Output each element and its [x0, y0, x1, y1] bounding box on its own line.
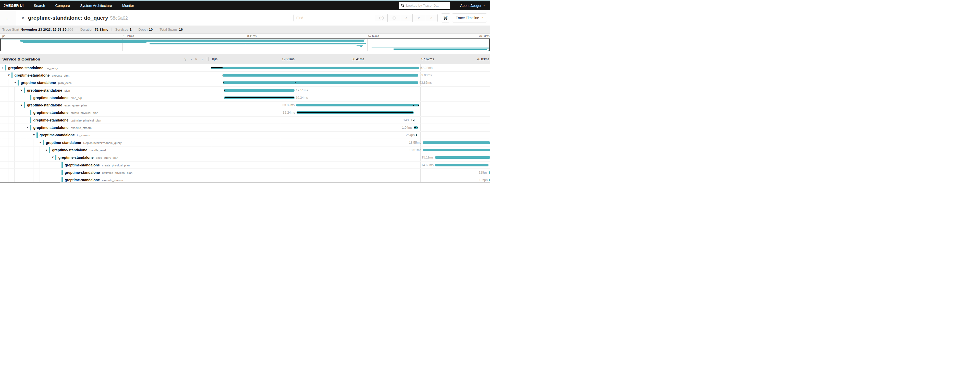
span-name-cell[interactable]: ∨greptime-standalonehandle_read	[0, 146, 211, 153]
span-duration-bar[interactable]	[423, 149, 490, 151]
span-name-cell[interactable]: greptime-standaloneoptimize_physical_pla…	[0, 169, 211, 176]
nav-item-compare[interactable]: Compare	[56, 3, 70, 8]
trace-id-search-box[interactable]	[399, 2, 450, 9]
span-duration-bar[interactable]	[489, 179, 490, 181]
minimap-right-handle[interactable]	[489, 39, 490, 51]
span-collapse-chevron-icon[interactable]: ∨	[21, 103, 22, 107]
span-row[interactable]: ∨greptime-standalonehandle_read18.51ms	[0, 146, 490, 154]
span-timeline-cell[interactable]: 32.24ms	[211, 109, 490, 116]
span-timeline-cell[interactable]: 18.55ms	[211, 139, 490, 146]
span-service-name: greptime-standaloneplan_sql	[33, 96, 82, 100]
meta-value-fraction: .906	[67, 27, 73, 32]
span-timeline-cell[interactable]: 128μs	[211, 169, 490, 176]
horizontal-scrollbar-thumb[interactable]	[0, 182, 60, 183]
find-prev-button[interactable]: ∧	[400, 14, 413, 22]
span-timeline-cell[interactable]: 53.85ms	[211, 80, 490, 86]
span-row[interactable]: ∨greptime-standaloneexecute_stmt53.93ms	[0, 72, 490, 79]
span-name-cell[interactable]: ∨greptime-standaloneplan_exec	[0, 80, 211, 86]
span-name-cell[interactable]: ∨greptime-standaloneRegionInvoker::handl…	[0, 139, 211, 146]
minimap-span-line	[150, 44, 356, 45]
expand-one-icon[interactable]: ›	[191, 57, 192, 61]
span-timeline-cell[interactable]: 14.69ms	[211, 162, 490, 169]
about-jaeger-menu[interactable]: About Jaeger ∨	[460, 3, 485, 8]
expand-all-icon[interactable]: »	[201, 57, 204, 61]
span-timeline-cell[interactable]: 33.89ms	[211, 102, 490, 108]
span-timeline-cell[interactable]: 143μs	[211, 117, 490, 124]
span-collapse-chevron-icon[interactable]: ∨	[2, 66, 3, 69]
span-name-cell[interactable]: ∨greptime-standaloneplan	[0, 87, 211, 94]
span-name-cell[interactable]: greptime-standalonecreate_physical_plan	[0, 162, 211, 169]
span-timeline-cell[interactable]: 19.34ms	[211, 94, 490, 101]
span-duration-bar[interactable]	[489, 171, 490, 174]
span-row[interactable]: greptime-standaloneplan_sql19.34ms	[0, 94, 490, 102]
span-name-cell[interactable]: greptime-standalonecreate_physical_plan	[0, 109, 211, 116]
trace-header-collapse-icon[interactable]: ∨	[21, 16, 24, 20]
back-button[interactable]: ←	[0, 10, 16, 25]
span-timeline-cell[interactable]: 18.51ms	[211, 146, 490, 153]
trace-id-search-input[interactable]	[406, 3, 448, 7]
span-name-cell[interactable]: greptime-standaloneplan_sql	[0, 94, 211, 101]
trace-view-selector[interactable]: Trace Timeline ∨	[452, 13, 487, 22]
span-name-cell[interactable]: ∨greptime-standaloneexecute_stream	[0, 124, 211, 131]
span-duration-label: 32.24ms	[283, 109, 297, 116]
span-duration-bar[interactable]	[211, 67, 419, 69]
minimap-left-handle[interactable]	[0, 39, 1, 51]
span-timeline-cell[interactable]: 15.11ms	[211, 154, 490, 161]
span-row[interactable]: greptime-standalonecreate_physical_plan1…	[0, 162, 490, 169]
span-duration-bar[interactable]	[223, 81, 418, 84]
span-timeline-cell[interactable]: 264μs	[211, 132, 490, 138]
keyboard-shortcuts-button[interactable]: ⌘	[441, 13, 450, 22]
span-collapse-chevron-icon[interactable]: ∨	[39, 141, 41, 144]
span-collapse-chevron-icon[interactable]: ∨	[27, 126, 29, 129]
span-name-cell[interactable]: greptime-standaloneoptimize_physical_pla…	[0, 117, 211, 124]
span-timeline-cell[interactable]: 1.04ms	[211, 124, 490, 131]
span-collapse-chevron-icon[interactable]: ∨	[33, 134, 35, 136]
span-name-cell[interactable]: ∨greptime-standalonedo_query	[0, 64, 211, 71]
span-row[interactable]: ∨greptime-standaloneexec_query_plan15.11…	[0, 154, 490, 162]
span-timeline-cell[interactable]: 53.93ms	[211, 72, 490, 79]
span-collapse-chevron-icon[interactable]: ∨	[52, 156, 54, 159]
find-next-button[interactable]: ∨	[413, 14, 425, 22]
find-help-button[interactable]: ?	[375, 14, 388, 22]
span-timeline-cell[interactable]: 57.28ms	[211, 64, 490, 71]
span-name-cell[interactable]: ∨greptime-standaloneexec_query_plan	[0, 154, 211, 161]
find-clear-button[interactable]: ×	[425, 14, 438, 22]
find-input[interactable]	[293, 14, 375, 22]
span-duration-bar[interactable]	[423, 142, 490, 144]
span-row[interactable]: ∨greptime-standaloneexecute_stream1.04ms	[0, 124, 490, 131]
span-collapse-chevron-icon[interactable]: ∨	[14, 81, 16, 84]
span-row[interactable]: greptime-standaloneoptimize_physical_pla…	[0, 169, 490, 177]
span-row[interactable]: ∨greptime-standaloneexec_query_plan33.89…	[0, 102, 490, 109]
column-resize-grip[interactable]	[207, 57, 208, 61]
trace-minimap[interactable]	[0, 38, 490, 51]
span-collapse-chevron-icon[interactable]: ∨	[8, 73, 10, 76]
span-timeline-cell[interactable]: 19.51ms	[211, 87, 490, 94]
find-focus-button[interactable]	[388, 14, 400, 22]
nav-item-system-architecture[interactable]: System Architecture	[80, 3, 112, 8]
span-row[interactable]: ∨greptime-standaloneplan_exec53.85ms	[0, 80, 490, 87]
span-duration-bar[interactable]	[435, 164, 488, 166]
span-duration-bar[interactable]	[296, 104, 419, 107]
horizontal-scrollbar[interactable]	[0, 182, 490, 183]
span-row[interactable]: greptime-standaloneoptimize_physical_pla…	[0, 117, 490, 124]
span-row[interactable]: ∨greptime-standaloneRegionInvoker::handl…	[0, 139, 490, 146]
span-row[interactable]: ∨greptime-standaloneplan19.51ms	[0, 87, 490, 94]
span-duration-bar[interactable]	[435, 156, 490, 159]
indent-guide	[27, 169, 27, 176]
span-row[interactable]: ∨greptime-standaloneto_stream264μs	[0, 132, 490, 139]
span-collapse-chevron-icon[interactable]: ∨	[21, 89, 22, 91]
span-duration-bar[interactable]	[223, 74, 418, 76]
span-name-cell[interactable]: ∨greptime-standaloneexec_query_plan	[0, 102, 211, 108]
span-duration-label: 53.93ms	[418, 72, 432, 79]
nav-item-search[interactable]: Search	[34, 3, 45, 8]
span-name-cell[interactable]: ∨greptime-standaloneexecute_stmt	[0, 72, 211, 79]
collapse-one-icon[interactable]: ∨	[184, 57, 186, 61]
span-row[interactable]: greptime-standalonecreate_physical_plan3…	[0, 109, 490, 117]
span-row[interactable]: ∨greptime-standalonedo_query57.28ms	[0, 64, 490, 72]
span-collapse-chevron-icon[interactable]: ∨	[45, 148, 48, 151]
nav-item-monitor[interactable]: Monitor	[122, 3, 134, 8]
collapse-all-icon[interactable]: »	[195, 58, 198, 60]
span-name-cell[interactable]: ∨greptime-standaloneto_stream	[0, 132, 211, 138]
span-duration-bar[interactable]	[224, 89, 295, 92]
jaeger-ui-logo[interactable]: JAEGER UI	[3, 3, 24, 8]
